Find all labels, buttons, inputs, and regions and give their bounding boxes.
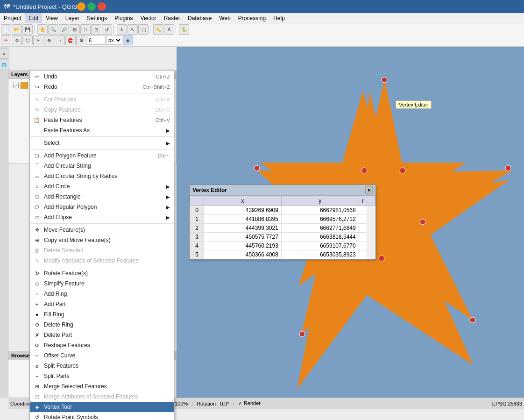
menu-move-features[interactable]: ✥ Move Feature(s) [30,225,174,235]
menu-project[interactable]: Project [0,13,25,23]
menu-add-ring[interactable]: ○ Add Ring [30,289,174,299]
snap-enable-button[interactable]: 🧲 [65,35,76,45]
vertex-x-4[interactable] [204,242,282,250]
zoom-in-button[interactable]: 🔍 [48,24,58,35]
menu-add-circular-string[interactable]: ⌒ Add Circular String [30,161,174,171]
snap-config-button[interactable]: ⚙ [76,35,86,45]
menu-view[interactable]: View [42,13,62,23]
select-button[interactable]: ↖ [127,24,138,35]
menu-undo[interactable]: ↩ Undo Ctrl+Z [30,71,174,82]
close-button[interactable] [98,2,106,11]
menu-modify-attributes[interactable]: ✎ Modify Attributes of Selected Features [30,256,174,266]
vertex-x-0[interactable] [204,206,282,215]
vertex-y-input-4[interactable] [284,242,356,249]
menu-reshape[interactable]: ⟳ Reshape Features [30,340,174,350]
menu-add-circle[interactable]: ○ Add Circle ▶ [30,181,174,192]
vertex-editor-close-button[interactable]: ✕ [365,186,373,194]
vertex-y-2[interactable] [281,224,359,233]
menu-settings[interactable]: Settings [83,13,111,23]
zoom-selection-button[interactable]: ⊡ [91,24,101,35]
vertex-row-0[interactable]: 0 [190,206,375,215]
menu-delete-selected[interactable]: 🗑 Delete Selected [30,245,174,256]
menu-add-regular-polygon[interactable]: ⬠ Add Regular Polygon ▶ [30,202,174,212]
menu-merge-features[interactable]: ⊞ Merge Selected Features [30,381,174,392]
menu-simplify-feature[interactable]: ◇ Simplify Feature [30,278,174,289]
vertex-row-3[interactable]: 3 [190,233,375,242]
vertex-y-input-1[interactable] [284,216,356,222]
zoom-full-button[interactable]: ⊞ [70,24,80,35]
menu-plugins[interactable]: Plugins [111,13,136,23]
menu-raster[interactable]: Raster [160,13,184,23]
vertex-row-4[interactable]: 4 [190,242,375,250]
menu-rotate-point-symbols[interactable]: ↺ Rotate Point Symbols [30,412,174,420]
identify-button[interactable]: ℹ [117,24,127,35]
menu-delete-ring[interactable]: ⊖ Delete Ring [30,320,174,330]
menu-copy-move[interactable]: ⊕ Copy and Move Feature(s) [30,235,174,245]
menu-paste[interactable]: 📋 Paste Features Ctrl+V [30,115,174,125]
pan-button[interactable]: ✋ [37,24,48,35]
menu-fill-ring[interactable]: ● Fill Ring [30,309,174,320]
vertex-x-3[interactable] [204,233,282,242]
new-project-button[interactable]: 📄 [1,24,11,35]
vertex-x-input-1[interactable] [207,216,278,222]
vertex-row-5[interactable]: 5 [190,250,375,259]
vertex-x-input-2[interactable] [207,225,278,231]
open-project-button[interactable]: 📂 [12,24,22,35]
measure-button[interactable]: 📏 [153,24,163,35]
menu-edit[interactable]: Edit [25,13,42,23]
save-project-button[interactable]: 💾 [22,24,33,35]
vertex-y-4[interactable] [281,242,359,250]
menu-layer[interactable]: Layer [62,13,83,23]
pen-size-input[interactable] [87,36,106,45]
menu-redo[interactable]: ↪ Redo Ctrl+Shift+Z [30,82,174,92]
menu-database[interactable]: Database [184,13,215,23]
vertex-x-2[interactable] [204,224,282,233]
digitize-btn-5[interactable]: ⊕ [44,35,54,45]
vertex-x-input-0[interactable] [207,207,278,214]
menu-select[interactable]: Select ▶ [30,138,174,148]
menu-add-circular-radius[interactable]: ⌓ Add Circular String by Radius [30,171,174,181]
vertex-x-1[interactable] [204,215,282,224]
menu-merge-attributes[interactable]: ⊟ Merge Attributes of Selected Features [30,392,174,402]
menu-delete-part[interactable]: ✗ Delete Part [30,330,174,340]
menu-cut[interactable]: ✂ Cut Features Ctrl+X [30,94,174,105]
menu-vector[interactable]: Vector [137,13,160,23]
menu-paste-as[interactable]: Paste Features As ▶ [30,125,174,135]
vertex-y-5[interactable] [281,250,359,259]
menu-processing[interactable]: Processing [234,13,269,23]
zoom-out-button[interactable]: 🔎 [59,24,69,35]
add-label-button[interactable]: A [164,24,174,35]
menu-split-features[interactable]: ⌀ Split Features [30,361,174,371]
vertex-row-2[interactable]: 2 [190,224,375,233]
vertex-y-input-5[interactable] [284,251,356,258]
digitize-btn-2[interactable]: ⚙ [12,35,22,45]
menu-add-polygon[interactable]: ⬡ Add Polygon Feature Ctrl+. [30,150,174,161]
vertex-y-3[interactable] [281,233,359,242]
refresh-button[interactable]: ↺ [102,24,112,35]
browser-icon[interactable]: 🌐 [0,60,9,70]
vertex-row-1[interactable]: 1 [190,215,375,224]
vertex-y-input-0[interactable] [284,207,356,214]
menu-add-ellipse[interactable]: ⬭ Add Ellipse ▶ [30,212,174,222]
vertex-x-5[interactable] [204,250,282,259]
vertex-x-input-4[interactable] [207,242,278,249]
unit-select[interactable]: px [106,36,122,45]
node-tool-button[interactable]: ◈ [123,35,133,45]
menu-copy[interactable]: ⎘ Copy Features Ctrl+C [30,105,174,115]
menu-add-part[interactable]: + Add Part [30,299,174,309]
vertex-y-0[interactable] [281,206,359,215]
menu-help[interactable]: Help [269,13,289,23]
vertex-y-input-3[interactable] [284,234,356,240]
digitize-btn-6[interactable]: → [55,35,65,45]
vertex-y-input-2[interactable] [284,225,356,231]
menu-rotate-features[interactable]: ↻ Rotate Feature(s) [30,268,174,278]
digitize-btn-4[interactable]: ✂ [33,35,43,45]
menu-web[interactable]: Web [215,13,234,23]
python-button[interactable]: 🐍 [179,24,189,35]
vertex-x-input-3[interactable] [207,234,278,240]
vertex-y-1[interactable] [281,215,359,224]
maximize-button[interactable] [87,2,96,11]
layers-icon[interactable]: ≡ [0,49,9,59]
vertex-x-input-5[interactable] [207,251,278,258]
digitize-btn-1[interactable]: ✏ [1,35,11,45]
